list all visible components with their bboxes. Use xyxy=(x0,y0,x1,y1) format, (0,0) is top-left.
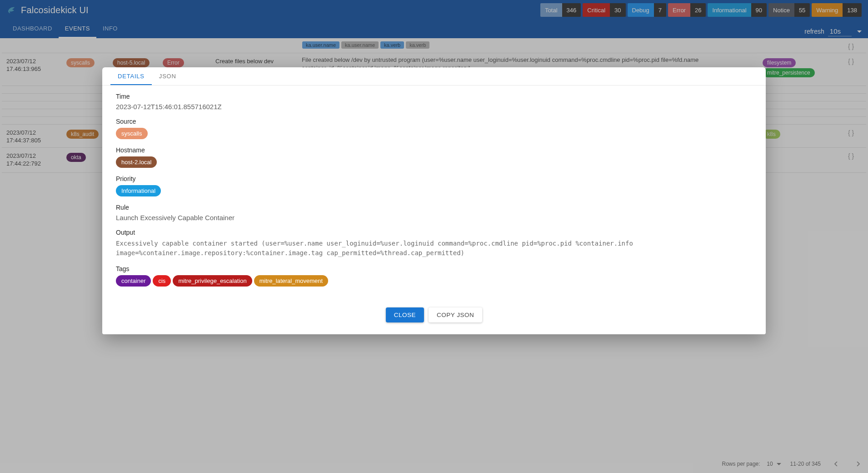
event-details-dialog: DETAILSJSON Time 2023-07-12T15:46:01.855… xyxy=(102,67,766,334)
source-chip: syscalls xyxy=(116,128,148,139)
tags-label: Tags xyxy=(116,265,752,272)
time-value: 2023-07-12T15:46:01.855716021Z xyxy=(116,103,752,111)
close-button[interactable]: CLOSE xyxy=(386,307,424,322)
tag-chip: container xyxy=(116,275,151,287)
tags-row: containercismitre_privilege_escalationmi… xyxy=(116,275,752,287)
hostname-chip: host-2.local xyxy=(116,156,157,168)
tag-chip: cis xyxy=(153,275,171,287)
priority-label: Priority xyxy=(116,175,752,182)
source-label: Source xyxy=(116,118,752,125)
output-value: Excessively capable container started (u… xyxy=(116,239,752,258)
modal-overlay[interactable]: DETAILSJSON Time 2023-07-12T15:46:01.855… xyxy=(0,0,868,473)
tag-chip: mitre_privilege_escalation xyxy=(173,275,252,287)
hostname-label: Hostname xyxy=(116,146,752,154)
rule-value: Launch Excessively Capable Container xyxy=(116,214,752,221)
copy-json-button[interactable]: COPY JSON xyxy=(429,307,482,322)
rule-label: Rule xyxy=(116,204,752,211)
dialog-tab-json[interactable]: JSON xyxy=(152,67,184,85)
tag-chip: mitre_lateral_movement xyxy=(254,275,328,287)
priority-chip: Informational xyxy=(116,185,161,196)
time-label: Time xyxy=(116,93,752,100)
dialog-tabs: DETAILSJSON xyxy=(102,67,766,86)
output-label: Output xyxy=(116,229,752,236)
dialog-tab-details[interactable]: DETAILS xyxy=(110,67,152,85)
